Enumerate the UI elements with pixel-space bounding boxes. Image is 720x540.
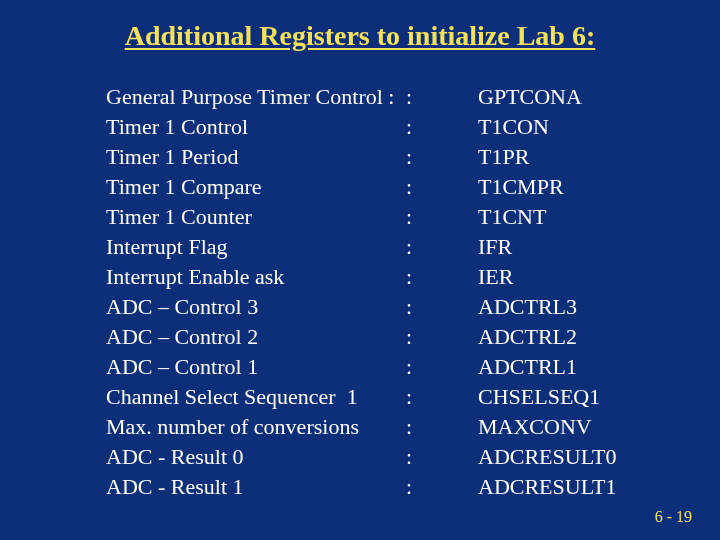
colon-sep: : (406, 82, 478, 112)
register-desc: Interrupt Enable ask (106, 262, 406, 292)
colon-sep: : (406, 202, 478, 232)
register-desc: Interrupt Flag (106, 232, 406, 262)
register-name: MAXCONV (478, 412, 617, 442)
colon-sep: : (406, 142, 478, 172)
table-row: Timer 1 Period : T1PR (106, 142, 617, 172)
table-row: Interrupt Flag : IFR (106, 232, 617, 262)
register-desc: General Purpose Timer Control : (106, 82, 406, 112)
register-desc: Timer 1 Control (106, 112, 406, 142)
register-name: T1CNT (478, 202, 617, 232)
register-name: ADCTRL2 (478, 322, 617, 352)
table-row: ADC – Control 1 : ADCTRL1 (106, 352, 617, 382)
register-name: ADCRESULT0 (478, 442, 617, 472)
register-desc: Timer 1 Compare (106, 172, 406, 202)
register-desc: ADC – Control 1 (106, 352, 406, 382)
colon-sep: : (406, 322, 478, 352)
register-name: ADCTRL1 (478, 352, 617, 382)
register-list: General Purpose Timer Control : : GPTCON… (106, 82, 617, 502)
slide-title: Additional Registers to initialize Lab 6… (0, 20, 720, 52)
colon-sep: : (406, 382, 478, 412)
register-name: GPTCONA (478, 82, 617, 112)
table-row: Interrupt Enable ask : IER (106, 262, 617, 292)
table-row: Channel Select Sequencer 1 : CHSELSEQ1 (106, 382, 617, 412)
register-desc: Max. number of conversions (106, 412, 406, 442)
register-desc: Timer 1 Counter (106, 202, 406, 232)
table-row: Timer 1 Counter : T1CNT (106, 202, 617, 232)
register-desc: ADC - Result 1 (106, 472, 406, 502)
colon-sep: : (406, 172, 478, 202)
register-table: General Purpose Timer Control : : GPTCON… (106, 82, 617, 502)
register-name: T1CMPR (478, 172, 617, 202)
register-desc: Channel Select Sequencer 1 (106, 382, 406, 412)
register-name: T1CON (478, 112, 617, 142)
colon-sep: : (406, 262, 478, 292)
table-row: ADC – Control 2 : ADCTRL2 (106, 322, 617, 352)
register-desc: ADC - Result 0 (106, 442, 406, 472)
register-desc: ADC – Control 3 (106, 292, 406, 322)
colon-sep: : (406, 232, 478, 262)
colon-sep: : (406, 412, 478, 442)
register-desc: ADC – Control 2 (106, 322, 406, 352)
colon-sep: : (406, 292, 478, 322)
slide: Additional Registers to initialize Lab 6… (0, 0, 720, 540)
register-name: T1PR (478, 142, 617, 172)
register-name: CHSELSEQ1 (478, 382, 617, 412)
table-row: General Purpose Timer Control : : GPTCON… (106, 82, 617, 112)
table-row: ADC – Control 3 : ADCTRL3 (106, 292, 617, 322)
register-name: IER (478, 262, 617, 292)
register-desc: Timer 1 Period (106, 142, 406, 172)
colon-sep: : (406, 472, 478, 502)
register-name: ADCRESULT1 (478, 472, 617, 502)
colon-sep: : (406, 352, 478, 382)
slide-number: 6 - 19 (655, 508, 692, 526)
register-name: IFR (478, 232, 617, 262)
colon-sep: : (406, 442, 478, 472)
table-row: ADC - Result 1 : ADCRESULT1 (106, 472, 617, 502)
table-row: Max. number of conversions : MAXCONV (106, 412, 617, 442)
register-name: ADCTRL3 (478, 292, 617, 322)
table-row: Timer 1 Compare : T1CMPR (106, 172, 617, 202)
table-row: ADC - Result 0 : ADCRESULT0 (106, 442, 617, 472)
table-row: Timer 1 Control : T1CON (106, 112, 617, 142)
colon-sep: : (406, 112, 478, 142)
